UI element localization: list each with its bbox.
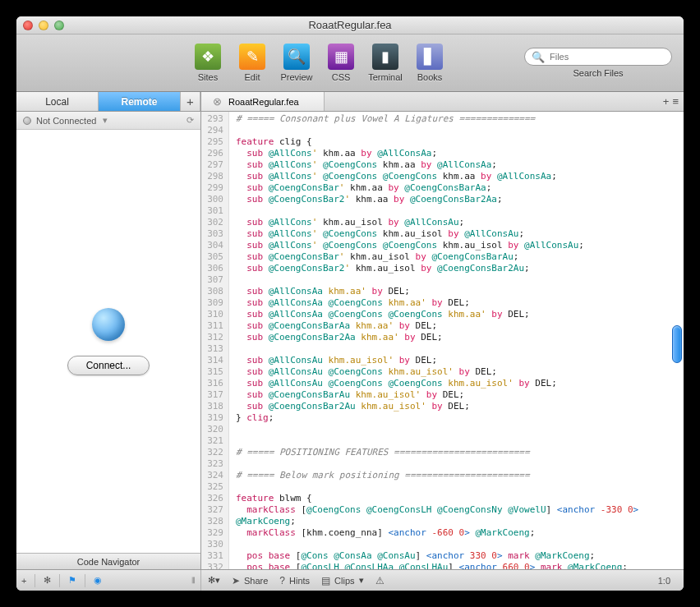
code-line[interactable]: sub @AllConsAu khm.au_isol' by DEL; — [236, 355, 677, 366]
sidebar-tabs: Local Remote + — [16, 92, 201, 111]
line-number: 293 — [203, 113, 223, 125]
close-icon[interactable]: ⊗ — [213, 95, 222, 108]
search-wrap: 🔍 Search Files — [524, 48, 672, 78]
code-line[interactable]: sub @AllConsAa @CoengCons khm.aa' by DEL… — [236, 297, 677, 309]
chevron-down-icon[interactable]: ▾ — [103, 115, 108, 126]
code-line[interactable]: sub @AllCons' @CoengCons @CoengCons khm.… — [236, 240, 677, 251]
toolbar: ❖ Sites ✎ Edit 🔍 Preview ▦ CSS ▮ Termina… — [16, 34, 684, 92]
code-area[interactable]: # ===== Consonant plus Vowel A Ligatures… — [229, 112, 684, 569]
code-line[interactable]: sub @AllCons' @CoengCons @CoengCons khm.… — [236, 171, 677, 182]
clips-button[interactable]: ▤ Clips ▾ — [321, 575, 363, 586]
code-line[interactable] — [236, 424, 677, 435]
line-number: 312 — [203, 332, 223, 343]
line-number: 332 — [203, 562, 223, 569]
statusbar: + ✻ ⚑ ◉ ⦀ ✻▾ ➤ Share ? Hints ▤ Clips ▾ — [16, 569, 684, 591]
line-number: 324 — [203, 470, 223, 481]
line-number: 305 — [203, 251, 223, 263]
code-line[interactable]: sub @CoengConsBar2Au khm.au_isol' by DEL… — [236, 401, 677, 412]
code-line[interactable]: sub @CoengConsBarAa khm.aa' by DEL; — [236, 320, 677, 332]
code-line[interactable]: sub @AllConsAu @CoengCons @CoengCons khm… — [236, 378, 677, 389]
terminal-button[interactable]: ▮ Terminal — [365, 44, 406, 82]
code-line[interactable]: # ===== POSITIONING FEATURES ===========… — [236, 447, 677, 458]
edit-button[interactable]: ✎ Edit — [232, 44, 273, 82]
search-field[interactable]: 🔍 — [524, 48, 672, 66]
scrollbar-thumb[interactable] — [672, 325, 682, 363]
line-number: 311 — [203, 320, 223, 332]
code-line[interactable] — [236, 343, 677, 355]
leaf-icon: ❖ — [195, 44, 221, 70]
tab-add[interactable]: + — [181, 92, 200, 111]
line-number: 318 — [203, 401, 223, 412]
books-button[interactable]: ▋ Books — [409, 44, 450, 82]
code-line[interactable]: markClass [@CoengCons @CoengConsLH @Coen… — [236, 504, 677, 516]
code-line[interactable]: sub @AllCons' khm.au_isol by @AllConsAu; — [236, 217, 677, 228]
code-line[interactable]: # ===== Below mark positioning =========… — [236, 470, 677, 481]
code-line[interactable]: sub @CoengConsBar' khm.au_isol by @Coeng… — [236, 251, 677, 263]
code-line[interactable]: } clig; — [236, 412, 677, 424]
code-line[interactable]: sub @CoengConsBarAu khm.au_isol' by DEL; — [236, 389, 677, 401]
code-line[interactable]: sub @AllCons' khm.aa by @AllConsAa; — [236, 148, 677, 159]
file-tabs-end: + ≡ — [325, 92, 684, 111]
code-line[interactable] — [236, 435, 677, 447]
code-line[interactable] — [236, 274, 677, 286]
code-editor[interactable]: 2932942952962972982993003013023033043053… — [201, 112, 684, 569]
search-input[interactable] — [550, 52, 665, 62]
file-tab-1[interactable]: ⊗ RoaatRegular.fea — [201, 92, 325, 111]
line-number: 320 — [203, 424, 223, 435]
code-line[interactable]: sub @AllConsAu @CoengCons khm.au_isol' b… — [236, 366, 677, 378]
code-line[interactable] — [236, 458, 677, 470]
code-line[interactable]: pos base [@Cons @ConsAa @ConsAu] <anchor… — [236, 550, 677, 562]
preview-button[interactable]: 🔍 Preview — [276, 44, 317, 82]
cursor-position: 1:0 — [658, 576, 677, 586]
columns-icon[interactable]: ⦀ — [191, 575, 196, 586]
warning-button[interactable]: ⚠ — [375, 575, 385, 586]
code-line[interactable]: sub @CoengConsBar2Aa khm.aa' by DEL; — [236, 332, 677, 343]
sites-button[interactable]: ❖ Sites — [187, 44, 228, 82]
code-line[interactable]: sub @AllCons' @CoengCons khm.aa by @AllC… — [236, 159, 677, 171]
code-line[interactable]: markClass [khm.coeng_nna] <anchor -660 0… — [236, 527, 677, 539]
code-line[interactable]: sub @AllCons' @CoengCons khm.au_isol by … — [236, 228, 677, 240]
info-icon[interactable]: ◉ — [94, 575, 102, 586]
code-line[interactable]: sub @CoengConsBar2' khm.aa by @CoengCons… — [236, 194, 677, 205]
tab-menu-icon[interactable]: ≡ — [672, 95, 679, 108]
settings-icon[interactable]: ✻▾ — [208, 575, 220, 586]
connection-bar[interactable]: Not Connected ▾ ⟳ — [16, 112, 200, 130]
code-line[interactable] — [236, 205, 677, 217]
titlebar[interactable]: RoaatRegular.fea — [16, 16, 684, 34]
code-line[interactable]: feature blwm { — [236, 493, 677, 504]
add-icon[interactable]: + — [21, 576, 26, 586]
share-button[interactable]: ➤ Share — [232, 575, 268, 586]
hints-button[interactable]: ? Hints — [279, 575, 310, 586]
connect-button[interactable]: Connect... — [67, 356, 150, 375]
code-line[interactable]: @MarkCoeng; — [236, 516, 677, 527]
code-line[interactable]: sub @AllConsAa @CoengCons @CoengCons khm… — [236, 309, 677, 320]
add-tab-icon[interactable]: + — [663, 95, 670, 108]
line-number: 308 — [203, 286, 223, 297]
code-line[interactable] — [236, 125, 677, 136]
code-line[interactable] — [236, 481, 677, 493]
tab-local[interactable]: Local — [16, 92, 99, 111]
tabs-row: Local Remote + ⊗ RoaatRegular.fea + ≡ — [16, 92, 684, 112]
line-number: 302 — [203, 217, 223, 228]
code-line[interactable]: # ===== Consonant plus Vowel A Ligatures… — [236, 113, 677, 125]
code-line[interactable]: feature clig { — [236, 136, 677, 148]
css-button[interactable]: ▦ CSS — [320, 44, 362, 82]
code-line[interactable]: sub @CoengConsBar2' khm.au_isol by @Coen… — [236, 263, 677, 274]
line-number: 297 — [203, 159, 223, 171]
status-main: ✻▾ ➤ Share ? Hints ▤ Clips ▾ ⚠ 1:0 — [201, 575, 684, 586]
tab-remote[interactable]: Remote — [99, 92, 181, 111]
app-window: RoaatRegular.fea ❖ Sites ✎ Edit 🔍 Previe… — [16, 16, 684, 591]
gear-icon[interactable]: ✻ — [44, 575, 51, 586]
code-line[interactable]: sub @AllConsAa khm.aa' by DEL; — [236, 286, 677, 297]
refresh-icon[interactable]: ⟳ — [187, 115, 194, 126]
line-number: 313 — [203, 343, 223, 355]
code-line[interactable] — [236, 539, 677, 550]
line-number: 295 — [203, 136, 223, 148]
code-line[interactable]: sub @CoengConsBar' khm.aa by @CoengConsB… — [236, 182, 677, 194]
line-number: 310 — [203, 309, 223, 320]
code-line[interactable]: pos base [@ConsLH @ConsLHAa @ConsLHAu] <… — [236, 562, 677, 569]
signal-icon[interactable]: ⚑ — [68, 575, 76, 586]
code-navigator-header[interactable]: Code Navigator — [16, 553, 200, 569]
line-number: 316 — [203, 378, 223, 389]
file-tab-label: RoaatRegular.fea — [228, 97, 299, 107]
